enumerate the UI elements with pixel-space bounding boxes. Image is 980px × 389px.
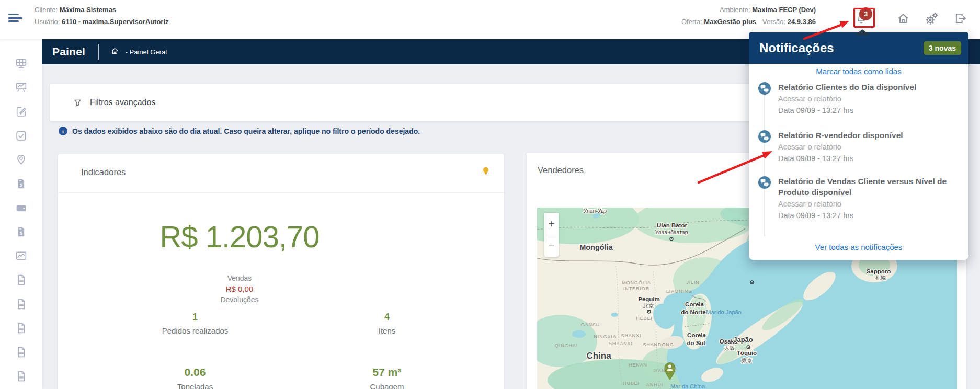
svg-text:LIAONING: LIAONING: [666, 289, 692, 294]
notification-date: Data 09/09 - 13:27 hrs: [778, 210, 961, 221]
notification-title: Relatório de Vendas Cliente versus Nível…: [778, 176, 961, 198]
logout-button[interactable]: [953, 12, 968, 26]
sidebar-item-tasks[interactable]: [0, 123, 42, 147]
sidebar-item-billing[interactable]: $: [0, 171, 42, 196]
document-icon: [15, 273, 28, 287]
presentation-chart-icon: [15, 81, 28, 94]
view-all-notifications-link[interactable]: Ver todas as notificações: [749, 243, 968, 251]
svg-text:do Sul: do Sul: [687, 340, 705, 346]
svg-text:HEBEI: HEBEI: [636, 316, 653, 321]
tons-label: Toneladas: [122, 381, 268, 389]
cubage-indicator: 57 m³ Cubagem: [314, 365, 460, 389]
notification-title: Relatório R-vendedor disponível: [778, 130, 961, 141]
logout-icon: [954, 12, 967, 25]
sidebar-item-reports-chart[interactable]: [0, 244, 42, 268]
report-chat-icon: [758, 82, 771, 95]
returns-value: R$ 0,00: [58, 283, 421, 294]
sidebar-item-presentation[interactable]: [0, 75, 42, 99]
notification-item[interactable]: Relatório R-vendedor disponível Acessar …: [749, 130, 968, 164]
orders-indicator: 1 Pedidos realizados: [122, 311, 268, 337]
svg-text:HUBEI: HUBEI: [623, 381, 640, 386]
insights-lightbulb-button[interactable]: [479, 165, 493, 179]
filter-funnel-icon: [73, 98, 83, 108]
notification-count-badge: 3: [859, 7, 872, 20]
svg-text:JILIN: JILIN: [686, 280, 700, 285]
report-chat-icon: [758, 130, 771, 143]
sidebar-item-wallet[interactable]: [0, 196, 42, 220]
gear-icon: [925, 12, 938, 25]
notification-item[interactable]: Relatório Clientes do Dia disponível Ace…: [749, 82, 968, 116]
svg-text:Mar da China: Mar da China: [670, 383, 705, 389]
checkbox-icon: [15, 129, 28, 142]
map-zoom-out-button[interactable]: −: [544, 235, 559, 257]
info-banner: i Os dados exibidos abaixo são do dia at…: [59, 127, 420, 135]
sidebar-item-dashboard[interactable]: [0, 51, 42, 75]
mark-all-read-link[interactable]: Marcar todas como lidas: [749, 67, 968, 76]
tons-value: 0.06: [122, 365, 268, 379]
svg-text:Улан-Удэ: Улан-Удэ: [584, 208, 607, 214]
document-icon: [15, 298, 28, 311]
notification-date: Data 09/09 - 13:27 hrs: [778, 105, 961, 116]
svg-text:Japão: Japão: [733, 336, 753, 344]
notification-item[interactable]: Relatório de Vendas Cliente versus Nível…: [749, 176, 968, 221]
card-divider: [58, 192, 504, 193]
report-chat-icon: [758, 176, 771, 189]
notification-action-link[interactable]: Acessar o relatório: [778, 198, 961, 210]
sidebar: $ $: [0, 0, 42, 389]
settings-button[interactable]: [924, 12, 939, 26]
svg-text:QINGHAI: QINGHAI: [555, 343, 578, 348]
svg-text:Sapporo: Sapporo: [867, 268, 891, 274]
sidebar-item-edit[interactable]: [0, 99, 42, 123]
orders-value: 1: [122, 311, 268, 323]
svg-text:INTERIOR: INTERIOR: [623, 286, 649, 291]
cubage-label: Cubagem: [314, 381, 460, 389]
info-banner-text: Os dados exibidos abaixo são do dia atua…: [72, 127, 420, 135]
orders-label: Pedidos realizados: [122, 325, 268, 337]
sidebar-item-document-3[interactable]: [0, 316, 42, 340]
notification-action-link[interactable]: Acessar o relatório: [778, 93, 961, 105]
notification-action-link[interactable]: Acessar o relatório: [778, 141, 961, 153]
location-pin-icon: [15, 153, 28, 166]
wallet-icon: [15, 201, 28, 214]
sales-returns-block: Vendas R$ 0,00 Devoluções: [58, 273, 421, 305]
sidebar-item-document-2[interactable]: [0, 292, 42, 316]
svg-text:do Norte: do Norte: [681, 309, 705, 315]
session-info-left: Cliente: Máxima Sistemas Usuário: 6110 -…: [35, 4, 169, 28]
svg-text:SHAANXI: SHAANXI: [609, 341, 633, 346]
svg-text:東京: 東京: [742, 357, 753, 363]
notifications-panel: Notificações 3 novas Marcar todas como l…: [749, 32, 968, 260]
items-indicator: 4 Itens: [314, 311, 460, 337]
home-button[interactable]: [896, 12, 910, 26]
svg-text:札幌: 札幌: [875, 274, 887, 281]
svg-text:Улаанбаатар: Улаанбаатар: [655, 229, 688, 235]
new-notifications-badge: 3 novas: [924, 41, 961, 55]
edit-icon: [15, 105, 28, 118]
map-zoom-in-button[interactable]: +: [544, 213, 559, 235]
returns-label: Devoluções: [58, 294, 421, 305]
page-title: Painel: [52, 45, 85, 58]
items-value: 4: [314, 311, 460, 323]
svg-text:北京: 北京: [643, 303, 655, 309]
sales-label: Vendas: [58, 273, 421, 283]
offer-version-line: Oferta: MaxGestão plusVersão: 24.9.3.86: [681, 16, 816, 28]
svg-text:GANSU: GANSU: [581, 322, 600, 327]
svg-text:China: China: [586, 351, 611, 361]
sidebar-item-locations[interactable]: [0, 147, 42, 171]
breadcrumb: - Painel Geral: [126, 48, 167, 56]
menu-toggle-button[interactable]: [8, 14, 24, 24]
tons-indicator: 0.06 Toneladas: [122, 365, 268, 389]
breadcrumb-home-button[interactable]: [110, 47, 119, 57]
indicators-card: Indicadores R$ 1.203,70 Vendas R$ 0,00 D…: [58, 154, 504, 389]
total-sales-value: R$ 1.203,70: [58, 220, 421, 254]
version-value: 24.9.3.86: [788, 18, 816, 26]
user-value: 6110 - maxima.SupervisorAutoriz: [62, 18, 168, 26]
sidebar-item-invoices[interactable]: $: [0, 220, 42, 244]
sidebar-item-document-5[interactable]: [0, 364, 42, 388]
notifications-bell-button[interactable]: 3: [854, 8, 874, 28]
home-icon: [896, 12, 910, 25]
sidebar-item-document-1[interactable]: [0, 268, 42, 292]
sidebar-item-document-4[interactable]: [0, 340, 42, 364]
offer-value: MaxGestão plus: [704, 18, 756, 26]
svg-text:Coreia: Coreia: [685, 301, 704, 307]
cubage-value: 57 m³: [314, 365, 460, 379]
